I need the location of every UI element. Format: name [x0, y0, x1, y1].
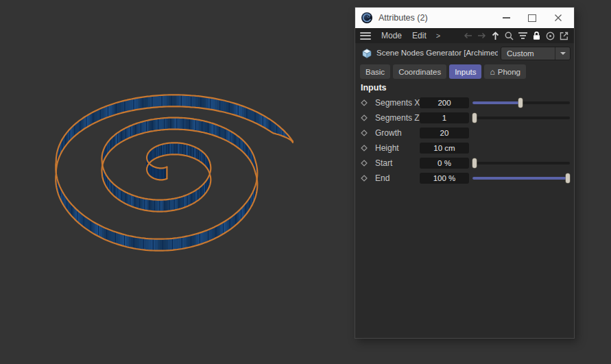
expose-diamond-icon[interactable]: [361, 99, 368, 106]
target-icon[interactable]: [544, 29, 556, 42]
expose-diamond-icon[interactable]: [361, 145, 368, 151]
slider-knob[interactable]: [566, 173, 570, 183]
tab-coordinates[interactable]: Coordinates: [393, 64, 446, 79]
tab-phong[interactable]: ⌂ Phong: [484, 64, 526, 79]
param-row-growth: Growth 20: [355, 125, 574, 141]
search-icon[interactable]: [503, 29, 515, 42]
tab-inputs[interactable]: Inputs: [449, 64, 481, 79]
attributes-panel: Attributes (2) Mode Edit >: [355, 7, 575, 339]
window-title: Attributes (2): [379, 13, 428, 23]
parameter-list: Segments X 200 Segments Z 1 Growth 20 He…: [355, 95, 574, 186]
param-label: Start: [375, 156, 392, 171]
tab-basic[interactable]: Basic: [360, 64, 390, 79]
generator-cube-icon: [361, 48, 372, 62]
close-button[interactable]: [553, 13, 563, 23]
up-arrow-icon[interactable]: [490, 29, 501, 42]
section-title: Inputs: [361, 83, 387, 93]
expose-diamond-icon[interactable]: [361, 175, 368, 182]
param-label: Growth: [375, 125, 402, 141]
viewport-3d[interactable]: [0, 0, 355, 364]
param-row-height: Height 10 cm: [355, 141, 574, 156]
menu-mode[interactable]: Mode: [381, 31, 402, 40]
maximize-button[interactable]: [527, 13, 537, 23]
param-label: Segments Z: [375, 110, 420, 125]
forward-arrow-icon[interactable]: [476, 29, 488, 42]
slider-knob[interactable]: [518, 98, 523, 108]
param-slider[interactable]: [472, 117, 570, 119]
tab-phong-label: Phong: [498, 68, 520, 76]
menu-edit[interactable]: Edit: [412, 31, 427, 40]
param-row-segments-z: Segments Z 1: [355, 110, 574, 125]
param-label: End: [375, 171, 390, 186]
minimize-button[interactable]: [501, 13, 511, 23]
chevron-down-icon: [560, 52, 566, 55]
tab-bar: Basic Coordinates Inputs ⌂ Phong: [360, 64, 571, 79]
param-label: Segments X: [375, 95, 420, 110]
param-row-end: End 100 %: [355, 171, 574, 186]
param-value-field[interactable]: 20: [420, 128, 469, 138]
filter-icon[interactable]: [517, 29, 529, 42]
popout-icon[interactable]: [558, 29, 570, 42]
application-window: Attributes (2) Mode Edit >: [0, 0, 611, 364]
param-row-segments-x: Segments X 200: [355, 95, 574, 110]
object-name: Scene Nodes Generator [Archimedea: [376, 49, 498, 57]
expose-diamond-icon[interactable]: [361, 160, 368, 167]
cinema4d-logo-icon: [361, 12, 373, 24]
param-value-field[interactable]: 0 %: [420, 158, 469, 169]
param-value-field[interactable]: 1: [420, 112, 469, 123]
param-value-field[interactable]: 10 cm: [420, 143, 469, 154]
param-slider[interactable]: [472, 177, 570, 180]
param-row-start: Start 0 %: [355, 156, 574, 171]
object-row: Scene Nodes Generator [Archimedea Custom: [355, 43, 574, 64]
param-label: Height: [375, 141, 399, 156]
param-slider[interactable]: [472, 101, 570, 104]
back-arrow-icon[interactable]: [462, 29, 474, 42]
preset-dropdown-value: Custom: [501, 49, 555, 58]
menu-overflow-chevron-icon[interactable]: >: [436, 32, 440, 40]
param-slider[interactable]: [472, 162, 570, 165]
expose-diamond-icon[interactable]: [361, 130, 368, 136]
preset-dropdown[interactable]: Custom: [501, 47, 571, 60]
menubar: Mode Edit >: [355, 28, 574, 43]
hamburger-menu-icon[interactable]: [360, 32, 371, 40]
preset-dropdown-arrow-button[interactable]: [555, 47, 570, 60]
param-value-field[interactable]: 100 %: [420, 173, 469, 184]
phong-tag-icon: ⌂: [490, 68, 494, 76]
archimedean-spiral-object: [0, 0, 355, 364]
expose-diamond-icon[interactable]: [361, 114, 368, 121]
lock-icon[interactable]: [531, 29, 542, 42]
slider-knob[interactable]: [472, 158, 477, 168]
slider-knob[interactable]: [472, 113, 477, 123]
titlebar: Attributes (2): [355, 8, 574, 28]
param-value-field[interactable]: 200: [420, 97, 469, 108]
